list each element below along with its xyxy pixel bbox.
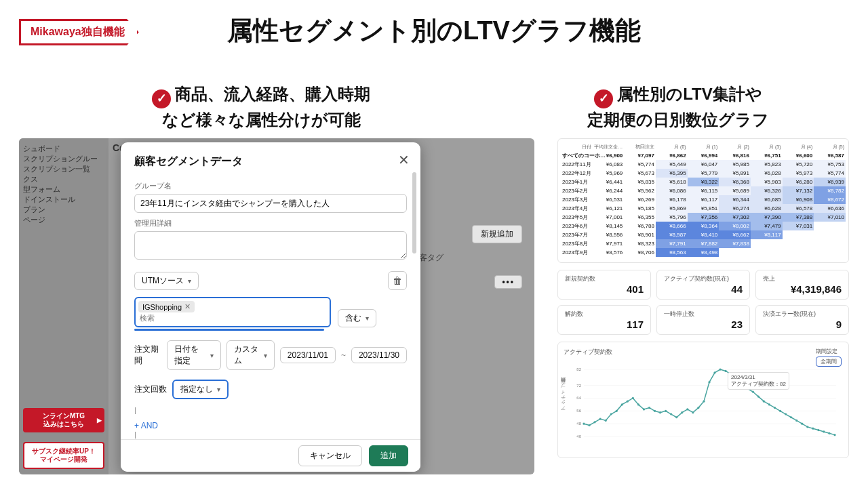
svg-point-29 [675, 416, 677, 418]
cohort-cell: ¥5,562 [624, 186, 656, 195]
cohort-cell [783, 230, 814, 239]
svg-point-23 [643, 408, 645, 410]
cohort-header: 月 (1) [688, 143, 719, 151]
cohort-cell: ¥7,791 [656, 239, 688, 248]
check-icon: ✓ [594, 89, 613, 108]
cohort-header: 初回注文 [624, 143, 656, 151]
cohort-cell: ¥6,178 [656, 195, 688, 204]
svg-point-22 [637, 403, 639, 405]
svg-point-43 [752, 390, 754, 392]
tooltip-value: アクティブ契約数：82 [731, 381, 786, 387]
submit-button[interactable]: 追加 [369, 445, 408, 466]
cohort-cell: 2023年9月 [561, 248, 593, 257]
table-row: 2023年9月¥8,576¥8,706¥8,563¥8,498 [561, 248, 846, 257]
cohort-header: 平均注文金… [593, 143, 625, 151]
cohort-cell: ¥7,838 [719, 239, 751, 248]
date-from-input[interactable]: 2023/11/01 [280, 347, 336, 363]
sidebar-item[interactable]: クス [23, 174, 104, 184]
cohort-cell: ¥5,774 [814, 169, 846, 178]
sidebar-item[interactable]: スクリプション一覧 [23, 164, 104, 174]
cohort-cell [814, 248, 846, 257]
date-spec-select[interactable]: 日付を指定 [167, 340, 222, 370]
utm-chip[interactable]: IGShopping ✕ [138, 301, 195, 312]
card-label: 解約数 [565, 310, 644, 319]
table-row: 2023年8月¥7,971¥8,323¥7,791¥7,882¥7,838 [561, 239, 846, 248]
svg-point-32 [692, 411, 694, 413]
table-row: 2023年1月¥6,441¥5,835¥5,618¥8,322¥6,368¥5,… [561, 178, 846, 186]
add-and-condition[interactable]: + AND [134, 421, 407, 430]
cohort-cell: すべてのコーホ… [561, 151, 593, 160]
svg-point-49 [785, 413, 787, 415]
close-icon[interactable]: ✕ [398, 152, 410, 168]
cohort-cell: ¥5,689 [719, 186, 751, 195]
table-row: 2022年12月¥5,969¥5,673¥6,395¥5,779¥5,891¥6… [561, 169, 846, 178]
cohort-cell: ¥6,244 [593, 186, 625, 195]
cohort-cell: ¥6,587 [814, 151, 846, 160]
utm-source-select[interactable]: UTMソース [134, 272, 199, 290]
cohort-cell: ¥5,185 [624, 204, 656, 213]
chevron-right-icon: ▶ [97, 417, 102, 424]
cohort-cell: ¥6,441 [593, 178, 625, 186]
table-row: 2023年2月¥6,244¥5,562¥6,086¥6,115¥5,689¥6,… [561, 186, 846, 195]
date-to-input[interactable]: 2023/11/30 [351, 347, 407, 363]
cancel-button[interactable]: キャンセル [298, 445, 362, 466]
sidebar-item[interactable]: ドインストール [23, 195, 104, 205]
page-title: 属性セグメント別のLTVグラフ機能 [0, 14, 868, 48]
cohort-cell: ¥6,578 [783, 204, 814, 213]
chart-period-select[interactable]: 全期間 [816, 357, 842, 367]
sidebar-item[interactable]: 型フォーム [23, 184, 104, 195]
cta-mypage[interactable]: サブスク継続率UP！ マイページ開発 [23, 442, 104, 469]
cohort-cell: 2023年8月 [561, 239, 593, 248]
sidebar-item[interactable]: ページ [23, 215, 104, 225]
cohort-cell: 2023年4月 [561, 204, 593, 213]
cohort-cell: ¥6,326 [751, 186, 783, 195]
cohort-cell: ¥6,355 [624, 213, 656, 222]
cohort-cell: 2022年11月 [561, 160, 593, 169]
svg-point-54 [812, 428, 814, 430]
kebab-menu[interactable]: ••• [494, 275, 522, 289]
cohort-cell: ¥5,891 [719, 169, 751, 178]
cohort-cell: ¥8,782 [814, 186, 846, 195]
cohort-cell: ¥8,322 [688, 178, 719, 186]
svg-point-25 [654, 410, 656, 412]
utm-search-input[interactable] [138, 312, 327, 323]
cohort-header: 月 (5) [814, 143, 846, 151]
card-label: 一時停止数 [664, 310, 743, 319]
cohort-cell: ¥6,862 [656, 151, 688, 160]
chip-remove-icon[interactable]: ✕ [184, 302, 191, 311]
cohort-cell: ¥6,788 [624, 222, 656, 230]
cohort-cell: 2023年6月 [561, 222, 593, 230]
svg-point-26 [659, 411, 661, 413]
card-label: 新規契約数 [565, 274, 644, 283]
include-select[interactable]: 含む [338, 309, 376, 327]
custom-select[interactable]: カスタム [226, 340, 275, 370]
cohort-cell: ¥5,823 [751, 160, 783, 169]
segment-modal: 顧客セグメントデータ ✕ グループ名 管理用詳細 UTMソース 🗑 IGShop… [121, 142, 420, 472]
cohort-cell: ¥5,449 [656, 160, 688, 169]
svg-point-16 [605, 420, 607, 422]
cohort-cell: ¥6,047 [688, 160, 719, 169]
feature-right: ✓属性別のLTV集計や 定期便の日別数位グラフ [536, 83, 821, 131]
cohort-cell: ¥5,753 [814, 160, 846, 169]
sidebar-item[interactable]: プラン [23, 205, 104, 215]
cta-online-mtg[interactable]: ンラインMTG 込みはこちら ▶ [23, 408, 104, 432]
table-row: すべてのコーホ…¥6,900¥7,097¥6,862¥6,994¥6,816¥6… [561, 151, 846, 160]
cohort-cell: ¥7,479 [751, 222, 783, 230]
trash-icon[interactable]: 🗑 [388, 271, 407, 290]
scrollbar[interactable] [412, 172, 416, 253]
utm-value-box[interactable]: IGShopping ✕ [134, 297, 331, 327]
feature-left: ✓商品、流入経路、購入時期 など様々な属性分けが可能 [139, 83, 383, 131]
new-button[interactable]: 新規追加 [472, 225, 522, 243]
sidebar-item[interactable]: スクリプショングルー [23, 154, 104, 164]
feature-left-line1: 商品、流入経路、購入時期 [175, 85, 370, 103]
cohort-header: 月 (4) [783, 143, 814, 151]
sidebar-item[interactable]: シュボード [23, 144, 104, 154]
detail-textarea[interactable] [134, 231, 407, 260]
order-count-select[interactable]: 指定なし [172, 380, 229, 399]
svg-point-36 [713, 371, 715, 373]
group-name-input[interactable] [134, 194, 407, 213]
metric-card: 新規契約数401 [557, 270, 651, 300]
cohort-cell [814, 222, 846, 230]
cohort-cell: ¥7,031 [783, 222, 814, 230]
cta2-l1: サブスク継続率UP！ [32, 447, 96, 455]
